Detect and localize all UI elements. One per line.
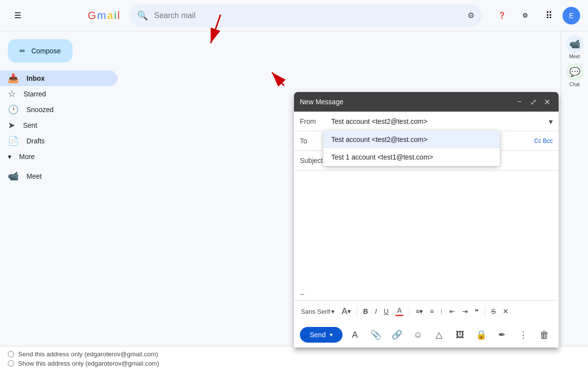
underline-button[interactable]: U: [381, 304, 392, 318]
from-dropdown: Test account <test2@test.com> Test 1 acc…: [323, 131, 500, 166]
quote-icon: ❝: [475, 307, 479, 315]
sent-icon: ➤: [8, 120, 15, 131]
sidebar-item-starred[interactable]: ☆ Starred: [0, 86, 118, 102]
search-input[interactable]: [154, 11, 462, 20]
remove-format-button[interactable]: ✕: [500, 304, 512, 318]
remove-format-icon: ✕: [503, 307, 509, 315]
close-compose-button[interactable]: ✕: [541, 96, 553, 108]
bulleted-list-button[interactable]: ⁝: [438, 304, 445, 318]
sidebar-item-inbox[interactable]: 📥 Inbox: [0, 70, 118, 86]
sidebar-item-drafts[interactable]: 📄 Drafts: [0, 133, 118, 149]
radio-input-1[interactable]: [8, 351, 14, 357]
sidebar-item-label: Drafts: [26, 137, 45, 145]
signature-button[interactable]: ✒: [493, 326, 511, 344]
underline-icon: U: [384, 307, 389, 315]
lock-icon: 🔒: [476, 329, 487, 340]
radio-input-2[interactable]: [8, 360, 14, 367]
sidebar-item-snoozed[interactable]: 🕐 Snoozed: [0, 102, 118, 117]
sidebar-item-meet[interactable]: 📹 Meet: [0, 168, 118, 184]
numbered-list-button[interactable]: ≡: [427, 304, 437, 318]
settings-icon: ⚙: [522, 12, 528, 19]
align-icon: ≡: [416, 307, 419, 315]
drafts-icon: 📄: [8, 136, 19, 146]
help-button[interactable]: ❓: [492, 6, 512, 25]
compose-body[interactable]: [294, 171, 559, 288]
dropdown-item-test2[interactable]: Test account <test2@test.com>: [323, 131, 500, 148]
strikethrough-button[interactable]: S: [488, 304, 498, 318]
align-chevron: ▾: [419, 307, 423, 315]
emoji-icon: ☺: [414, 330, 422, 340]
from-label: From: [300, 117, 329, 125]
formatting-toolbar: Sans Serif ▾ A ▾ B I U A ≡ ▾: [294, 300, 559, 322]
discard-button[interactable]: 🗑: [536, 326, 553, 344]
font-color-icon: A: [395, 306, 403, 316]
align-button[interactable]: ≡ ▾: [413, 304, 426, 318]
sidebar: ✏ Compose 📥 Inbox ☆ Starred 🕐 Snoozed ➤ …: [0, 31, 125, 371]
font-color-button[interactable]: A: [392, 304, 406, 318]
meet-panel: 📹 Meet 💬 Chat: [561, 31, 588, 371]
sidebar-item-label: Inbox: [26, 74, 45, 82]
inbox-icon: 📥: [8, 73, 19, 84]
meet-panel-item[interactable]: 📹 Meet: [566, 35, 584, 59]
hamburger-icon: ☰: [14, 11, 21, 20]
dropdown-item-test1[interactable]: Test 1 account <test1@test.com>: [323, 148, 500, 166]
from-select-wrapper: Test account <test2@test.com> Test 1 acc…: [329, 116, 553, 127]
text-format-icon: A: [352, 330, 358, 340]
font-family-chevron: ▾: [331, 308, 335, 315]
meet-label: Meet: [26, 172, 42, 180]
starred-icon: ☆: [8, 89, 16, 99]
send-label: Send: [310, 331, 326, 339]
avatar[interactable]: E: [563, 7, 580, 24]
sidebar-item-label: Starred: [24, 90, 46, 98]
settings-button[interactable]: ⚙: [515, 6, 535, 25]
apps-button[interactable]: ⠿: [539, 6, 559, 25]
text-formatting-button[interactable]: A: [346, 326, 364, 344]
apps-icon: ⠿: [545, 10, 553, 22]
from-select[interactable]: Test account <test2@test.com> Test 1 acc…: [329, 116, 553, 127]
font-family-label: Sans Serif: [301, 308, 330, 315]
menu-button[interactable]: ☰: [8, 6, 27, 25]
link-icon: 🔗: [392, 329, 402, 340]
attach-icon: 📎: [370, 329, 381, 340]
italic-button[interactable]: I: [372, 304, 380, 318]
send-button[interactable]: Send ▾: [300, 327, 343, 343]
font-family-button[interactable]: Sans Serif ▾: [298, 304, 338, 318]
search-bar: 🔍 ⚙: [129, 4, 482, 27]
cc-bcc-links[interactable]: Cc Bcc: [534, 138, 553, 144]
indent-decrease-button[interactable]: ⇤: [446, 304, 458, 318]
attach-button[interactable]: 📎: [368, 326, 385, 344]
photo-button[interactable]: 🖼: [451, 326, 468, 344]
tune-icon[interactable]: ⚙: [467, 11, 474, 20]
snoozed-icon: 🕐: [8, 104, 19, 115]
indent-increase-icon: ⇥: [462, 307, 468, 315]
meet-panel-label: Meet: [569, 54, 580, 59]
bold-button[interactable]: B: [360, 304, 371, 318]
lock-button[interactable]: 🔒: [472, 326, 490, 344]
emoji-button[interactable]: ☺: [409, 326, 426, 344]
compose-dialog: New Message − ⤢ ✕ From Test account <tes…: [294, 92, 559, 348]
more-icon: ▾: [8, 153, 11, 161]
fullscreen-button[interactable]: ⤢: [527, 96, 539, 108]
compose-label: Compose: [31, 47, 61, 55]
compose-header[interactable]: New Message − ⤢ ✕: [294, 92, 559, 112]
chat-panel-item[interactable]: 💬 Chat: [566, 63, 584, 87]
indent-decrease-icon: ⇤: [449, 307, 455, 315]
minimize-button[interactable]: −: [514, 96, 525, 108]
signature-icon: ✒: [498, 329, 506, 340]
delete-icon: 🗑: [539, 329, 549, 341]
indent-increase-button[interactable]: ⇥: [459, 304, 471, 318]
drive-icon: △: [436, 329, 442, 340]
more-label: More: [19, 153, 35, 161]
quote-button[interactable]: ❝: [472, 304, 482, 318]
compose-header-icons: − ⤢ ✕: [514, 96, 553, 108]
link-button[interactable]: 🔗: [389, 326, 406, 344]
more-button[interactable]: ▾ More: [0, 149, 125, 164]
toolbar-divider-1: [357, 306, 357, 316]
sidebar-item-sent[interactable]: ➤ Sent: [0, 117, 118, 133]
compose-button[interactable]: ✏ Compose: [8, 39, 73, 63]
font-size-icon: A: [342, 306, 347, 317]
font-size-button[interactable]: A ▾: [339, 304, 354, 318]
more-options-button[interactable]: ⋮: [514, 326, 532, 344]
drive-button[interactable]: △: [430, 326, 447, 344]
toolbar-divider-2: [409, 306, 410, 316]
